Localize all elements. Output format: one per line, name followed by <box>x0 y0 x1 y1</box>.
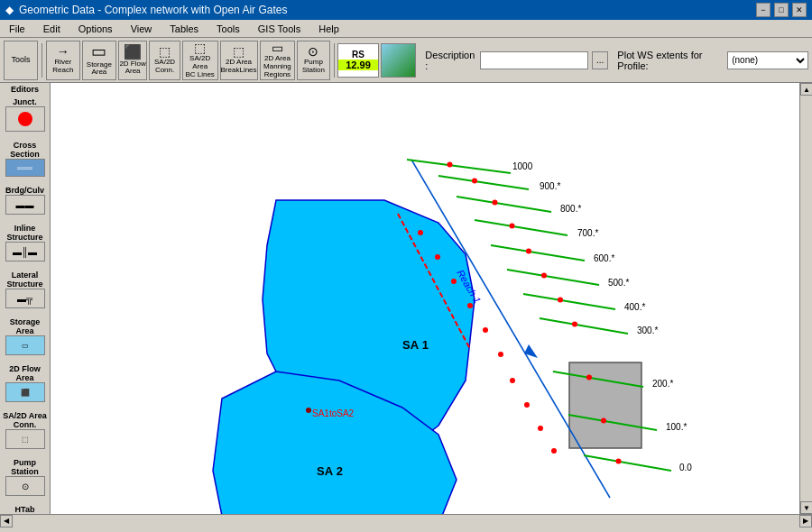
description-input[interactable] <box>480 51 588 69</box>
menu-tools[interactable]: Tools <box>211 21 245 37</box>
sidebar-label-sa2d: SA/2D AreaConn. <box>3 411 47 429</box>
rs-box: RS 12.99 <box>337 43 378 78</box>
sidebar-label-lateral: LateralStructure <box>6 271 42 289</box>
scroll-track-h[interactable] <box>13 515 799 527</box>
description-browse-btn[interactable]: ... <box>592 51 609 69</box>
close-button[interactable]: ✕ <box>792 3 807 17</box>
storage-area-btn[interactable]: ▭ StorageArea <box>82 41 116 80</box>
app-icon: ◆ <box>5 4 14 16</box>
scroll-down-btn[interactable]: ▼ <box>800 501 812 514</box>
menu-view[interactable]: View <box>125 21 158 37</box>
status-bar: 0.5381, 0.9632 <box>0 527 812 532</box>
storage-area-label: StorageArea <box>87 61 112 78</box>
sidebar-section-lateral: LateralStructure ▬╦ <box>2 271 49 310</box>
main-canvas <box>51 83 799 514</box>
2d-manning-btn[interactable]: ▭ 2D AreaManningRegions <box>260 41 296 80</box>
sidebar-label-cross-section: CrossSection <box>10 141 40 159</box>
2d-breaklines-label: 2D AreaBreakLines <box>221 59 257 75</box>
sidebar-section-inline: InlineStructure ▬║▬ <box>2 224 49 263</box>
2d-manning-icon: ▭ <box>272 41 283 55</box>
pump-btn[interactable]: ⊙ <box>5 476 45 496</box>
river-reach-btn[interactable]: → RiverReach <box>46 41 80 80</box>
sa-2d-bc-btn[interactable]: ⬚ SA/2D AreaBC Lines <box>182 41 218 80</box>
sidebar-label-inline: InlineStructure <box>6 224 42 242</box>
cross-section-btn[interactable]: ═══ <box>5 159 45 177</box>
pump-station-btn[interactable]: ⊙ PumpStation <box>297 41 329 80</box>
river-reach-icon: → <box>57 45 69 59</box>
sidebar-label-htab: HTabParam. <box>11 505 38 514</box>
2dflow-btn[interactable]: ⬛ <box>5 382 45 402</box>
horizontal-scrollbar[interactable]: ◀ ▶ <box>0 514 812 527</box>
scroll-up-btn[interactable]: ▲ <box>800 83 812 96</box>
2d-flow-area-btn[interactable]: ⬛ 2D FlowArea <box>118 41 148 80</box>
sidebar-label-junction: Junct. <box>13 97 37 106</box>
sa-2d-conn-btn[interactable]: ⬚ SA/2DConn. <box>149 41 180 80</box>
sidebar-section-bridge: Brdg/Culv ▬▬ <box>2 186 49 216</box>
toolbar: Tools → RiverReach ▭ StorageArea ⬛ 2D Fl… <box>0 38 812 83</box>
junction-btn[interactable] <box>5 106 45 132</box>
rs-value: 12.99 <box>338 60 377 70</box>
sidebar-section-cross-section: CrossSection ═══ <box>2 141 49 179</box>
inline-btn[interactable]: ▬║▬ <box>5 242 45 261</box>
menu-gis-tools[interactable]: GIS Tools <box>253 21 307 37</box>
sidebar-label-pump: PumpStation <box>11 458 39 476</box>
scroll-left-btn[interactable]: ◀ <box>0 515 13 527</box>
tools-label: Tools <box>11 56 30 65</box>
inline-icon: ▬║▬ <box>13 247 37 257</box>
main-area: Editors Junct. CrossSection ═══ Brdg/Cul… <box>0 83 812 514</box>
rs-label: RS <box>352 50 364 60</box>
menu-options[interactable]: Options <box>73 21 118 37</box>
plot-ws-label: Plot WS extents for Profile: <box>617 50 724 71</box>
sidebar-label-2dflow: 2D FlowArea <box>9 364 41 382</box>
pump-icon: ⊙ <box>22 482 29 491</box>
bridge-btn[interactable]: ▬▬ <box>5 195 45 215</box>
menu-bar: File Edit Options View Tables Tools GIS … <box>0 20 812 38</box>
2dflow-icon: ⬛ <box>21 389 30 397</box>
sidebar-label-bridge: Brdg/Culv <box>5 186 44 195</box>
river-reach-label: RiverReach <box>52 59 73 75</box>
storage-btn[interactable]: ▭ <box>5 335 45 355</box>
editors-label: Editors <box>11 85 39 94</box>
lateral-icon: ▬╦ <box>17 294 32 304</box>
sidebar-section-sa2d: SA/2D AreaConn. ⬚ <box>2 411 49 451</box>
maximize-button[interactable]: □ <box>774 3 789 17</box>
plot-ws-area: Plot WS extents for Profile: (none) <box>617 50 808 71</box>
plot-ws-select[interactable]: (none) <box>727 51 808 69</box>
vertical-scrollbar[interactable]: ▲ ▼ <box>799 83 812 514</box>
minimize-button[interactable]: − <box>756 3 770 17</box>
scroll-right-btn[interactable]: ▶ <box>799 515 812 527</box>
sidebar-section-pump: PumpStation ⊙ <box>2 458 49 498</box>
map-preview[interactable] <box>381 43 417 78</box>
sidebar-section-htab: HTabParam. <box>2 505 49 514</box>
menu-help[interactable]: Help <box>313 21 345 37</box>
tools-label-btn[interactable]: Tools <box>4 41 38 80</box>
sidebar-section-storage: StorageArea ▭ <box>2 317 49 357</box>
2d-flow-area-icon: ⬛ <box>124 44 142 60</box>
bridge-icon: ▬▬ <box>16 200 34 210</box>
sa2d-btn[interactable]: ⬚ <box>5 429 45 449</box>
pump-station-icon: ⊙ <box>308 45 318 59</box>
canvas-area[interactable] <box>51 83 799 514</box>
sa-2d-conn-label: SA/2DConn. <box>154 59 175 75</box>
window-title: Geometric Data - Complex network with Op… <box>19 4 287 16</box>
scroll-track-v[interactable] <box>800 96 812 501</box>
2d-breaklines-icon: ⬚ <box>233 45 245 59</box>
title-bar: ◆ Geometric Data - Complex network with … <box>0 0 812 20</box>
menu-edit[interactable]: Edit <box>38 21 66 37</box>
2d-breaklines-btn[interactable]: ⬚ 2D AreaBreakLines <box>220 41 258 80</box>
menu-file[interactable]: File <box>4 21 31 37</box>
sa2d-icon: ⬚ <box>22 436 29 444</box>
sidebar: Editors Junct. CrossSection ═══ Brdg/Cul… <box>0 83 51 514</box>
lateral-btn[interactable]: ▬╦ <box>5 289 45 308</box>
storage-area-icon: ▭ <box>91 43 106 61</box>
pump-station-label: PumpStation <box>302 59 325 75</box>
description-label: Description : <box>425 50 475 71</box>
storage-icon: ▭ <box>22 342 29 350</box>
menu-tables[interactable]: Tables <box>164 21 204 37</box>
sidebar-section-2dflow: 2D FlowArea ⬛ <box>2 364 49 404</box>
cross-section-icon: ═══ <box>17 164 32 172</box>
sidebar-label-storage: StorageArea <box>10 317 41 335</box>
sa-2d-conn-icon: ⬚ <box>159 45 171 59</box>
2d-manning-label: 2D AreaManningRegions <box>263 55 291 78</box>
sa-2d-bc-label: SA/2D AreaBC Lines <box>183 55 217 78</box>
